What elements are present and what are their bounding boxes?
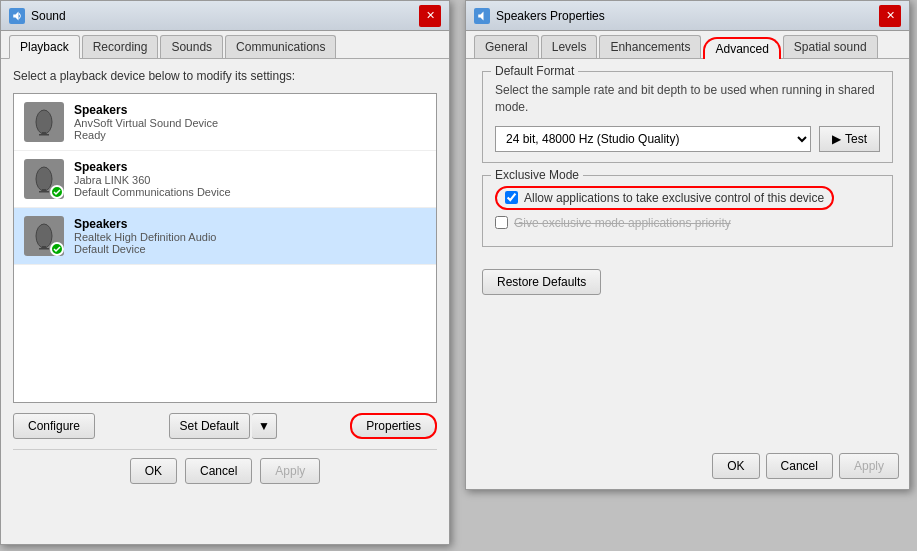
device-item-3[interactable]: Speakers Realtek High Definition Audio D… xyxy=(14,208,436,265)
speakers-titlebar: Speakers Properties ✕ xyxy=(466,1,909,31)
tab-recording[interactable]: Recording xyxy=(82,35,159,58)
default-format-section: Default Format Select the sample rate an… xyxy=(482,71,893,163)
default-format-desc: Select the sample rate and bit depth to … xyxy=(495,82,880,116)
cancel-button[interactable]: Cancel xyxy=(185,458,252,484)
speakers-ok-buttons: OK Cancel Apply xyxy=(712,453,899,479)
give-priority-label: Give exclusive mode applications priorit… xyxy=(514,216,731,230)
device-sub1-1: AnvSoft Virtual Sound Device xyxy=(74,117,426,129)
sound-titlebar: Sound ✕ xyxy=(1,1,449,31)
speakers-apply-button[interactable]: Apply xyxy=(839,453,899,479)
sound-title-icon xyxy=(9,8,25,24)
set-default-group: Set Default ▼ xyxy=(169,413,277,439)
svg-rect-5 xyxy=(39,191,49,193)
dialog-bottom-buttons: Configure Set Default ▼ Properties xyxy=(13,413,437,439)
tab-sounds[interactable]: Sounds xyxy=(160,35,223,58)
device-name-3: Speakers xyxy=(74,217,426,231)
svg-point-3 xyxy=(36,167,52,191)
device-info-3: Speakers Realtek High Definition Audio D… xyxy=(74,217,426,255)
ok-button[interactable]: OK xyxy=(130,458,177,484)
dialog-ok-buttons: OK Cancel Apply xyxy=(13,449,437,484)
give-priority-checkbox[interactable] xyxy=(495,216,508,229)
sound-dialog-content: Select a playback device below to modify… xyxy=(1,59,449,494)
speakers-dialog: Speakers Properties ✕ General Levels Enh… xyxy=(465,0,910,490)
device-item-1[interactable]: Speakers AnvSoft Virtual Sound Device Re… xyxy=(14,94,436,151)
properties-button[interactable]: Properties xyxy=(350,413,437,439)
device-list[interactable]: Speakers AnvSoft Virtual Sound Device Re… xyxy=(13,93,437,403)
device-icon-wrap-3 xyxy=(24,216,64,256)
svg-point-0 xyxy=(36,110,52,134)
speakers-ok-button[interactable]: OK xyxy=(712,453,759,479)
svg-point-6 xyxy=(36,224,52,248)
tab-playback[interactable]: Playback xyxy=(9,35,80,59)
test-label: Test xyxy=(845,132,867,146)
device-item-2[interactable]: Speakers Jabra LINK 360 Default Communic… xyxy=(14,151,436,208)
set-default-dropdown[interactable]: ▼ xyxy=(252,413,277,439)
allow-exclusive-checkbox[interactable] xyxy=(505,191,518,204)
playback-description: Select a playback device below to modify… xyxy=(13,69,437,83)
test-play-icon: ▶ xyxy=(832,132,841,146)
speakers-cancel-button[interactable]: Cancel xyxy=(766,453,833,479)
status-badge-2 xyxy=(50,185,64,199)
tab-advanced[interactable]: Advanced xyxy=(703,37,780,59)
allow-exclusive-row: Allow applications to take exclusive con… xyxy=(495,186,880,210)
format-row: 24 bit, 48000 Hz (Studio Quality) ▶ Test xyxy=(495,126,880,152)
apply-button[interactable]: Apply xyxy=(260,458,320,484)
tab-spatial[interactable]: Spatial sound xyxy=(783,35,878,58)
device-sub1-3: Realtek High Definition Audio xyxy=(74,231,426,243)
device-info-1: Speakers AnvSoft Virtual Sound Device Re… xyxy=(74,103,426,141)
set-default-button[interactable]: Set Default xyxy=(169,413,250,439)
title-left: Sound xyxy=(9,8,66,24)
speakers-title-text: Speakers Properties xyxy=(496,9,605,23)
sound-dialog: Sound ✕ Playback Recording Sounds Commun… xyxy=(0,0,450,545)
svg-rect-8 xyxy=(39,248,49,250)
speakers-title-icon xyxy=(474,8,490,24)
tab-communications[interactable]: Communications xyxy=(225,35,336,58)
device-sub1-2: Jabra LINK 360 xyxy=(74,174,426,186)
restore-defaults-button[interactable]: Restore Defaults xyxy=(482,269,601,295)
device-icon-wrap-1 xyxy=(24,102,64,142)
device-icon-wrap-2 xyxy=(24,159,64,199)
device-sub2-1: Ready xyxy=(74,129,426,141)
tab-general[interactable]: General xyxy=(474,35,539,58)
device-name-2: Speakers xyxy=(74,160,426,174)
tab-levels[interactable]: Levels xyxy=(541,35,598,58)
exclusive-mode-label: Exclusive Mode xyxy=(491,168,583,182)
sound-title-text: Sound xyxy=(31,9,66,23)
exclusive-mode-section: Exclusive Mode Allow applications to tak… xyxy=(482,175,893,247)
device-name-1: Speakers xyxy=(74,103,426,117)
speakers-title-left: Speakers Properties xyxy=(474,8,605,24)
close-button[interactable]: ✕ xyxy=(419,5,441,27)
svg-rect-2 xyxy=(39,134,49,136)
allow-exclusive-label: Allow applications to take exclusive con… xyxy=(524,191,824,205)
device-sub2-2: Default Communications Device xyxy=(74,186,426,198)
configure-button[interactable]: Configure xyxy=(13,413,95,439)
speakers-tabs-bar: General Levels Enhancements Advanced Spa… xyxy=(466,31,909,59)
give-priority-row: Give exclusive mode applications priorit… xyxy=(495,216,880,230)
format-select[interactable]: 24 bit, 48000 Hz (Studio Quality) xyxy=(495,126,811,152)
device-info-2: Speakers Jabra LINK 360 Default Communic… xyxy=(74,160,426,198)
speakers-close-button[interactable]: ✕ xyxy=(879,5,901,27)
default-format-label: Default Format xyxy=(491,64,578,78)
speakers-content: Default Format Select the sample rate an… xyxy=(466,59,909,307)
tab-enhancements[interactable]: Enhancements xyxy=(599,35,701,58)
device-sub2-3: Default Device xyxy=(74,243,426,255)
status-badge-3 xyxy=(50,242,64,256)
test-button[interactable]: ▶ Test xyxy=(819,126,880,152)
sound-tabs-bar: Playback Recording Sounds Communications xyxy=(1,31,449,59)
device-icon-1 xyxy=(24,102,64,142)
allow-exclusive-highlighted: Allow applications to take exclusive con… xyxy=(495,186,834,210)
